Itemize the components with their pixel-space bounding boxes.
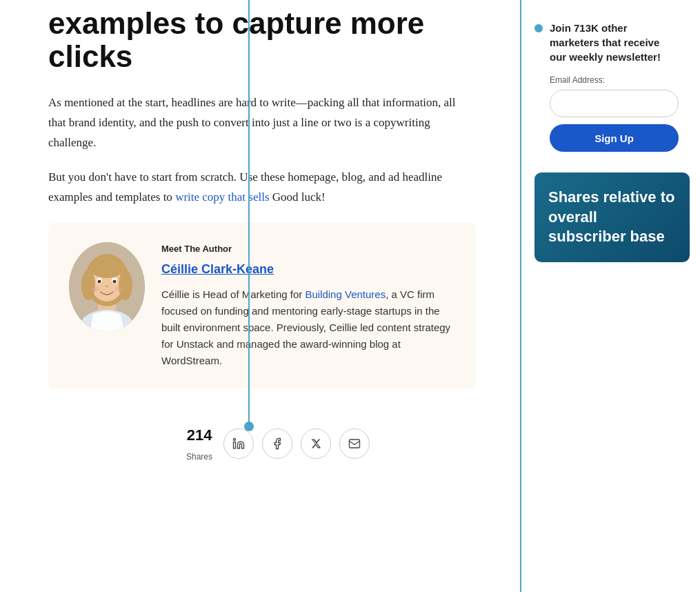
svg-point-5: [89, 256, 125, 278]
svg-rect-15: [234, 442, 236, 448]
building-ventures-link[interactable]: Building Ventures: [305, 288, 386, 300]
paragraph-1: As mentioned at the start, headlines are…: [48, 93, 476, 153]
twitter-share-button[interactable]: [301, 428, 331, 459]
svg-point-16: [234, 439, 236, 441]
svg-point-7: [119, 270, 132, 300]
author-box: Meet The Author Céillie Clark-Keane Céil…: [48, 223, 476, 388]
email-input[interactable]: [550, 90, 679, 117]
sidebar-vertical-line: [520, 0, 521, 592]
author-avatar: [69, 242, 145, 332]
share-label: Shares: [186, 452, 212, 462]
nl-dot: [534, 24, 543, 32]
share-dot-connector: [244, 422, 254, 431]
signup-button[interactable]: Sign Up: [550, 124, 679, 152]
author-label: Meet The Author: [161, 242, 455, 257]
linkedin-share-button[interactable]: [223, 428, 254, 459]
shares-tooltip-text: Shares relative to overall subscriber ba…: [548, 188, 676, 247]
newsletter-box: Join 713K other marketers that receive o…: [514, 7, 690, 166]
email-label: Email Address:: [550, 74, 679, 87]
copy-link[interactable]: write copy that sells: [175, 190, 269, 204]
facebook-share-button[interactable]: [262, 428, 292, 459]
svg-point-10: [98, 280, 101, 284]
sidebar: Join 713K other marketers that receive o…: [503, 0, 700, 592]
author-bio: Céillie is Head of Marketing for Buildin…: [161, 286, 455, 369]
svg-point-11: [113, 280, 117, 284]
author-info: Meet The Author Céillie Clark-Keane Céil…: [161, 242, 455, 369]
article-body: As mentioned at the start, headlines are…: [48, 93, 476, 208]
shares-tooltip: Shares relative to overall subscriber ba…: [534, 172, 690, 262]
share-number: 214: [186, 423, 212, 447]
svg-point-6: [81, 270, 95, 300]
author-name-link[interactable]: Céillie Clark-Keane: [161, 259, 455, 279]
paragraph-2: But you don't have to start from scratch…: [48, 168, 476, 208]
share-count: 214 Shares: [186, 423, 212, 465]
svg-point-13: [114, 287, 123, 292]
svg-rect-17: [350, 440, 360, 448]
share-vertical-line: [248, 0, 250, 423]
svg-point-12: [91, 287, 99, 292]
article-title: examples to capture more clicks: [48, 7, 476, 74]
main-content: examples to capture more clicks As menti…: [0, 0, 503, 592]
email-share-button[interactable]: [339, 428, 370, 459]
newsletter-headline: Join 713K other marketers that receive o…: [550, 21, 679, 64]
share-section: 214 Shares: [48, 416, 476, 479]
newsletter-connector: Join 713K other marketers that receive o…: [534, 21, 679, 152]
